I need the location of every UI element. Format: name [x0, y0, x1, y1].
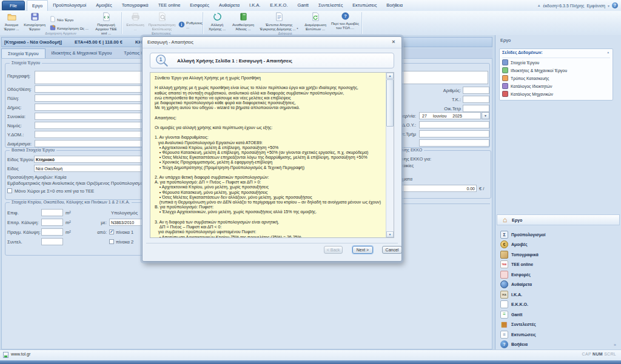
nav-item-tee-online[interactable]: TEE TEE online	[497, 260, 620, 268]
home-icon: ⌂	[501, 216, 509, 224]
scroll-lock-indicator: SCRL	[604, 352, 616, 356]
scroll-up-icon[interactable]: ▲	[386, 73, 394, 79]
actual-unit: m²	[65, 230, 71, 235]
nav-item-ergo[interactable]: ⌂ Εργο	[497, 214, 620, 225]
tab-ika[interactable]: Ι.Κ.Α.	[244, 0, 265, 11]
svg-text:?: ?	[344, 13, 347, 19]
tab-file[interactable]: File	[2, 1, 25, 10]
nav-item-afthaireta[interactable]: Αυθαίρετα	[497, 280, 620, 288]
page-item-project-data[interactable]: Στοιχεία Έργου	[502, 59, 539, 66]
street-label: Οδός/Θέση:	[7, 87, 32, 92]
kh-label: ΚΗ	[135, 39, 142, 45]
page-item-engineer-catalog[interactable]: Κατάλογος Μηχανικών	[502, 90, 553, 98]
close-icon[interactable]: ×	[389, 38, 398, 46]
permit-application-forms-button[interactable]: Έντυπα Αίτησης Έγκρισης Δόμησης ... *	[258, 12, 300, 31]
doy-input[interactable]	[419, 121, 489, 128]
settings-button[interactable]: Ρυθμίσεις ...	[178, 20, 201, 29]
extra-input[interactable]	[419, 139, 489, 147]
open-project-button[interactable]: Άνοιγμα Έργου ...	[2, 12, 21, 31]
sigma-icon: Σ	[500, 231, 508, 239]
coefficient-input[interactable]	[41, 238, 63, 245]
save-as-button[interactable]: Καταχώρηση Ως ...	[50, 24, 92, 31]
dialog-title-bar[interactable]: Εισαγωγή - Απαιτήσεις ×	[143, 37, 401, 48]
date-month: Ιουνίου	[433, 114, 446, 118]
nav-item-ika[interactable]: IKA Ι.Κ.Α.	[497, 290, 620, 299]
date-day: 27	[422, 114, 427, 118]
website-link[interactable]: www.tol.gr	[11, 352, 30, 356]
page-item-owners[interactable]: Ιδιοκτήτες & Μηχανικοί Έργου	[502, 67, 567, 74]
tab-owners-engineers[interactable]: Ιδιοκτήτες & Μηχανικοί Έργου	[45, 48, 118, 58]
collapse-icon[interactable]: ▴	[607, 50, 609, 54]
tab-syntelestes[interactable]: Συντελεστές	[314, 0, 347, 11]
project-group-legend: Στοιχεία Έργου	[10, 61, 42, 65]
page-item-construction[interactable]: Τρόπος Κατασκευής	[502, 74, 549, 82]
cancel-button[interactable]: Cancel	[382, 246, 402, 254]
calendar-dropdown-button[interactable]: ▼	[482, 112, 489, 119]
table1-checkbox[interactable]: ✓	[109, 230, 114, 234]
tab-ektyposeis[interactable]: Εκτυπώσεις	[347, 0, 381, 11]
block-input[interactable]	[463, 105, 489, 112]
tab-project-data[interactable]: Στοιχεία Έργου	[1, 48, 45, 58]
number-input[interactable]	[463, 87, 489, 94]
chevron-down-icon[interactable]: ▾	[608, 4, 609, 8]
tab-tee-online[interactable]: TEE online	[153, 0, 186, 11]
save-project-button[interactable]: Καταχώρηση Έργου	[22, 12, 47, 31]
tab-voitheia[interactable]: Βοήθεια	[381, 0, 408, 11]
permit-revision-button[interactable]: Αναθεώρηση Άδειας ...	[230, 12, 257, 31]
dialog-scrollbar[interactable]: ▲ ▼	[386, 73, 394, 237]
about-help-icon: ?	[341, 12, 349, 21]
form-layout-button[interactable]: Διαμόρφωση Εντύπων ...	[301, 12, 329, 31]
nav-item-eisfores[interactable]: Εισφορές	[497, 270, 620, 279]
municipality-label: Δήμος:	[7, 105, 21, 110]
nav-item-ektyposeis[interactable]: ≡ Εκτυπώσεις	[497, 330, 620, 339]
next-button[interactable]: Next >	[352, 246, 373, 254]
date-input[interactable]: 27 Ιουνίου 2025	[419, 112, 481, 119]
change-use-button[interactable]: Αλλαγή Χρήσης ...	[206, 12, 229, 31]
ribbon-tab-bar: File Εργο Προϋπολογισμοί Αμοιβές Τοπογρα…	[0, 0, 621, 12]
report-lines-icon: ≡	[500, 331, 508, 339]
tab-proypologismoi[interactable]: Προϋπολογισμοί	[48, 0, 91, 11]
nav-item-topografika[interactable]: Τοπογραφικά	[497, 250, 620, 259]
nav-label: Συντελεστές	[511, 322, 536, 326]
new-project-button[interactable]: Νέο Έργο	[50, 16, 90, 23]
info-icon	[178, 21, 185, 28]
nav-overflow-icon[interactable]: »	[614, 343, 616, 347]
eta-amount: ΕΤΑ=45.00 € | 118.00 €	[75, 39, 123, 45]
tab-gantt[interactable]: Gantt	[293, 0, 314, 11]
nav-item-gantt[interactable]: ≡ Gantt	[497, 310, 620, 319]
nav-label: Gantt	[511, 313, 522, 317]
tab-amoives[interactable]: Αμοιβές	[91, 0, 116, 11]
nav-label: Εισφορές	[511, 273, 531, 277]
page-item-owner-catalog[interactable]: Κατάλογος Ιδιοκτητών	[502, 82, 552, 90]
nav-item-ekko[interactable]: Ε.Κ.Κ.Ο.	[497, 300, 620, 308]
area-input[interactable]	[41, 209, 63, 216]
sidebar: Εργο Σελίδες Δεδομένων: ▴ Στοιχεία Έργου…	[495, 35, 621, 349]
spaces-checkbox[interactable]	[7, 188, 12, 193]
tab-ekko[interactable]: Ε.Κ.Κ.Ο.	[265, 0, 292, 11]
police-dept-input[interactable]	[419, 130, 489, 137]
tab-topografika[interactable]: Τοπογραφικά	[117, 0, 153, 11]
law-input[interactable]	[109, 219, 146, 226]
printer-icon	[131, 12, 140, 22]
display-menu[interactable]: Εμφάνιση	[586, 4, 605, 8]
nav-item-proypologismoi[interactable]: Σ Προϋπολογισμοί	[497, 230, 620, 239]
about-button[interactable]: ? Περί του Αμοιβές του ΤΟΛ ...	[331, 12, 360, 30]
scrollbar-thumb[interactable]	[386, 79, 394, 127]
tab-afthaireta[interactable]: Αυθαίρετα	[214, 0, 244, 11]
nav-item-amoives[interactable]: € Αμοιβές	[497, 240, 620, 248]
nav-item-syntelestes[interactable]: ▦ Συντελεστές	[497, 320, 620, 328]
table2-checkbox[interactable]	[109, 239, 114, 244]
nav-item-voitheia[interactable]: ? Βοήθεια	[497, 340, 620, 348]
actual-coverage-input[interactable]	[41, 228, 63, 236]
help-icon[interactable]: ?	[612, 2, 618, 8]
wizard-text-panel: Σύνθετο Έργο για Αλλαγή Χρήσης με ή χωρί…	[150, 72, 394, 238]
print-button: Εκτύπωση ...	[124, 12, 146, 31]
scroll-down-icon[interactable]: ▼	[386, 231, 394, 237]
help-circle-icon: ?	[500, 340, 508, 348]
postal-input[interactable]	[463, 96, 489, 103]
tab-eisfores[interactable]: Εισφορές	[185, 0, 214, 11]
nav-label: Αμοιβές	[511, 242, 528, 247]
red-page-chip	[502, 91, 508, 97]
tab-ergo[interactable]: Εργο	[27, 0, 48, 11]
allowed-coverage-input[interactable]	[41, 219, 63, 226]
